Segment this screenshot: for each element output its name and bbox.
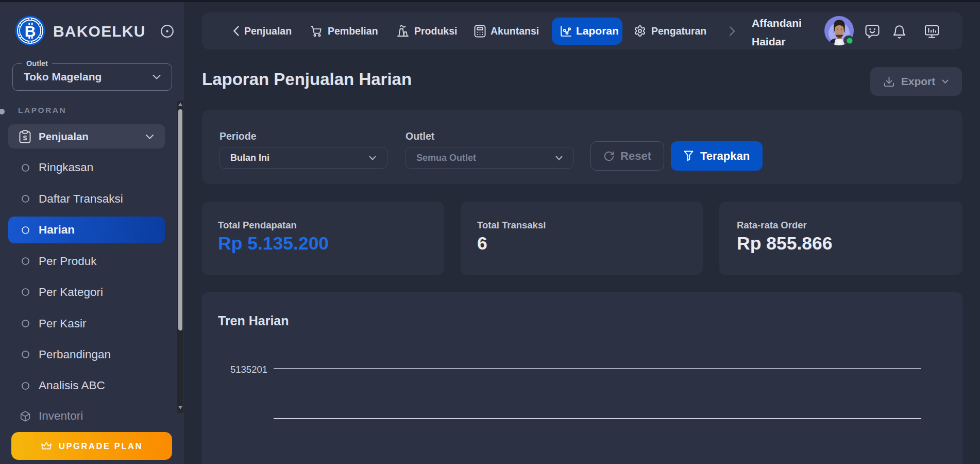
- svg-text:B: B: [25, 23, 36, 40]
- svg-text:$: $: [23, 134, 27, 142]
